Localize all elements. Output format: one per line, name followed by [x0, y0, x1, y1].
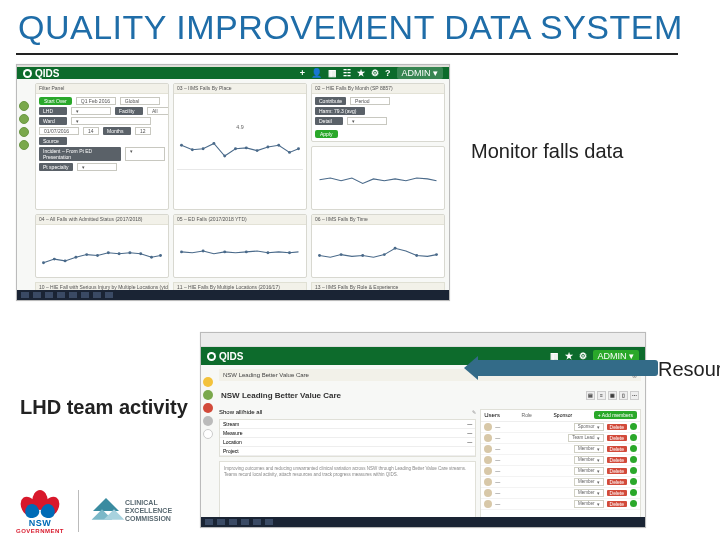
ward-select[interactable]: ▾	[71, 117, 151, 125]
member-name: —	[495, 424, 571, 430]
facility-select[interactable]: All	[147, 107, 169, 115]
role-select[interactable]: Team Lead	[568, 434, 603, 442]
side-nav-dot[interactable]	[19, 127, 29, 137]
chart-06	[312, 225, 444, 277]
gear-icon[interactable]: ⚙	[371, 68, 379, 78]
delete-button[interactable]: Delete	[607, 446, 627, 452]
panel-header: 06 – IIMS Falls By Time	[312, 215, 444, 225]
show-hide-row: Show all/hide all ✎	[219, 409, 476, 415]
filter-body: Start Over Q1 Feb 2016 Global LHD ▾ Faci…	[36, 94, 168, 209]
svg-point-8	[266, 146, 269, 149]
role-select[interactable]: Member	[574, 500, 604, 508]
chart-05	[174, 225, 306, 277]
add-members-button[interactable]: + Add members	[594, 411, 637, 419]
panel-04: 04 – All Falls with Admitted Status (201…	[35, 214, 169, 278]
side-nav-dot[interactable]	[19, 140, 29, 150]
member-row: —MemberDelete	[481, 466, 640, 477]
svg-point-15	[64, 259, 67, 262]
footer-logos: NSW GOVERNMENT CLINICAL EXCELLENCE COMMI…	[16, 488, 172, 534]
member-row: —SponsorDelete	[481, 422, 640, 433]
list-icon[interactable]: ≡	[597, 391, 606, 400]
side-nav[interactable]	[203, 377, 215, 439]
pt-select[interactable]: ▾	[77, 163, 117, 171]
detail-sel[interactable]: ▾	[347, 117, 387, 125]
svg-point-5	[234, 147, 237, 150]
line-chart-icon	[39, 228, 165, 274]
role-select[interactable]: Member	[574, 445, 604, 453]
svg-point-35	[394, 247, 397, 250]
role-select[interactable]: Member	[574, 489, 604, 497]
side-nav-dot[interactable]	[19, 101, 29, 111]
show-hide[interactable]: Show all/hide all	[219, 409, 262, 415]
bell-icon[interactable]: ☷	[343, 68, 351, 78]
help-icon[interactable]: ?	[385, 68, 391, 78]
contribute-label: Contribute	[315, 97, 346, 105]
side-nav-dot[interactable]	[19, 114, 29, 124]
members-header: Users Role Sponsor + Add members	[481, 410, 640, 422]
role-select[interactable]: Member	[574, 478, 604, 486]
dashboard-screenshot: QIDS + 👤 ▦ ☷ ★ ⚙ ? ADMIN ▾ Filter Panel …	[16, 64, 450, 301]
svg-point-23	[150, 256, 153, 259]
panel-toolbar[interactable]: ▤ ≡ ▦ ▯ ⋯	[586, 391, 639, 400]
period-select[interactable]: Period	[350, 97, 390, 105]
grid-icon[interactable]: ▦	[328, 68, 337, 78]
star-icon[interactable]: ★	[357, 68, 365, 78]
member-name: —	[495, 446, 571, 452]
side-nav-dot[interactable]	[203, 377, 213, 387]
side-nav-dot[interactable]	[203, 390, 213, 400]
role-select[interactable]: Sponsor	[574, 423, 604, 431]
date-day[interactable]: 14	[83, 127, 99, 135]
table-row: Measure—	[220, 429, 475, 438]
plus-icon[interactable]: +	[300, 68, 305, 78]
role-col: Role	[522, 412, 532, 418]
filter-panel: Filter Panel Start Over Q1 Feb 2016 Glob…	[35, 83, 169, 210]
delete-button[interactable]: Delete	[607, 435, 627, 441]
table-icon[interactable]: ▦	[608, 391, 617, 400]
period-from[interactable]: Q1 Feb 2016	[76, 97, 116, 105]
person-icon[interactable]: 👤	[311, 68, 322, 78]
title-rule	[16, 53, 678, 55]
more-icon[interactable]: ⋯	[630, 391, 639, 400]
member-row: —MemberDelete	[481, 477, 640, 488]
status-ok-icon	[630, 489, 637, 496]
logo-divider	[78, 490, 79, 532]
role-select[interactable]: Member	[574, 467, 604, 475]
date-from[interactable]: 01/07/2016	[39, 127, 79, 135]
start-over-button[interactable]: Start Over	[39, 97, 72, 105]
cec-text: CLINICAL EXCELLENCE COMMISSION	[125, 499, 172, 522]
incident-select[interactable]: ▾	[125, 147, 165, 161]
side-nav[interactable]	[19, 101, 31, 150]
svg-point-1	[191, 148, 194, 151]
svg-point-10	[288, 151, 291, 154]
side-nav-dot[interactable]	[203, 403, 213, 413]
svg-point-20	[118, 252, 121, 255]
side-nav-dot[interactable]	[203, 416, 213, 426]
chart-icon[interactable]: ▤	[586, 391, 595, 400]
delete-button[interactable]: Delete	[607, 468, 627, 474]
member-name: —	[495, 468, 571, 474]
line-chart-icon: 4.9	[177, 97, 303, 206]
lhd-select[interactable]: ▾	[71, 107, 111, 115]
status-ok-icon	[630, 445, 637, 452]
delete-button[interactable]: Delete	[607, 501, 627, 507]
panel-header: 05 – ED Falls (2017/2018 YTD)	[174, 215, 306, 225]
global-select[interactable]: Global	[120, 97, 160, 105]
months-select[interactable]: 12	[135, 127, 151, 135]
qids-toolbar[interactable]: + 👤 ▦ ☷ ★ ⚙ ? ADMIN ▾	[300, 67, 443, 79]
delete-button[interactable]: Delete	[607, 479, 627, 485]
label-lhd: LHD team activity	[20, 396, 188, 419]
apply-button[interactable]: Apply	[315, 130, 338, 138]
save-icon[interactable]: ✎	[472, 409, 476, 415]
delete-button[interactable]: Delete	[607, 457, 627, 463]
crumb-text: NSW Leading Better Value Care	[223, 372, 309, 378]
role-select[interactable]: Member	[574, 456, 604, 464]
pt-label: Pt specialty	[39, 163, 73, 171]
delete-button[interactable]: Delete	[607, 424, 627, 430]
status-ok-icon	[630, 423, 637, 430]
svg-point-7	[256, 149, 259, 152]
ward-label: Ward	[39, 117, 67, 125]
doc-icon[interactable]: ▯	[619, 391, 628, 400]
user-badge[interactable]: ADMIN ▾	[397, 67, 444, 79]
delete-button[interactable]: Delete	[607, 490, 627, 496]
side-nav-dot[interactable]	[203, 429, 213, 439]
